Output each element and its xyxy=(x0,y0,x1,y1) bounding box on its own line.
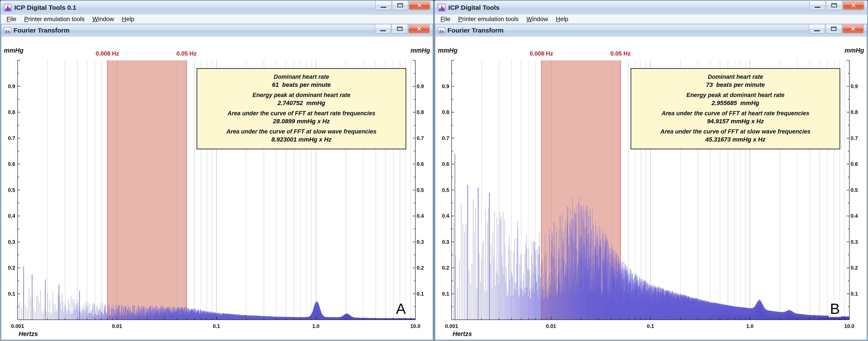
child-window-title: Fourier Transform xyxy=(13,27,69,34)
x-axis-label: Hertzs xyxy=(453,330,472,338)
maximize-icon xyxy=(831,27,837,31)
child-title-bar[interactable]: Fourier Transform ✕ xyxy=(435,24,867,36)
band-start-label: 0.008 Hz xyxy=(530,50,553,57)
band-start-label: 0.008 Hz xyxy=(96,50,119,57)
info-value: 8.923001 mmHg x Hz xyxy=(199,136,403,143)
minimize-button[interactable] xyxy=(375,1,392,10)
info-label: Dominant heart rate xyxy=(633,73,837,80)
info-label: Area under the curve of FFT at heart rat… xyxy=(199,110,403,117)
child-maximize-button[interactable] xyxy=(392,24,408,33)
maximize-button[interactable] xyxy=(826,1,842,10)
info-box: Dominant heart rate 61 beats per minute … xyxy=(196,68,406,149)
window-controls: ✕ xyxy=(375,1,430,10)
maximize-icon xyxy=(831,3,837,7)
panel-letter: B xyxy=(829,300,841,317)
y-axis-label-left: mmHg xyxy=(438,47,458,54)
child-window-title: Fourier Transform xyxy=(447,27,503,34)
menu-item-file[interactable]: File xyxy=(437,15,454,23)
close-button[interactable]: ✕ xyxy=(409,1,430,10)
minimize-icon xyxy=(815,7,820,8)
info-label: Energy peak at dominant heart rate xyxy=(633,92,837,98)
child-close-button[interactable]: ✕ xyxy=(408,24,430,33)
fft-window-icon xyxy=(438,27,445,34)
menu-item-window[interactable]: Window xyxy=(523,15,552,23)
minimize-icon xyxy=(814,30,820,31)
plot-area: 0.10.10.20.20.30.30.40.40.50.50.60.60.70… xyxy=(435,36,867,340)
child-close-button[interactable]: ✕ xyxy=(842,24,864,33)
menu-item-printer[interactable]: Printer emulation tools xyxy=(20,15,89,23)
close-icon: ✕ xyxy=(416,2,422,9)
app-window-left: ICP Digital Tools 0.1 ✕ FilePrinter emul… xyxy=(0,0,434,341)
child-minimize-button[interactable] xyxy=(375,24,391,33)
info-value: 73 beats per minute xyxy=(633,82,837,88)
maximize-icon xyxy=(397,27,403,31)
panel-letter: A xyxy=(395,300,407,317)
info-label: Energy peak at dominant heart rate xyxy=(199,92,403,98)
menu-item-help[interactable]: Help xyxy=(552,15,572,23)
app-icon xyxy=(4,4,12,11)
maximize-icon xyxy=(397,3,403,7)
y-axis-label-right: mmHg xyxy=(410,47,430,54)
child-title-bar[interactable]: Fourier Transform ✕ xyxy=(1,24,433,36)
child-window-controls: ✕ xyxy=(375,24,430,33)
app-window-right: ICP Digital Tools ✕ FilePrinter emulatio… xyxy=(434,0,868,341)
info-value: 45.31673 mmHg x Hz xyxy=(633,136,837,143)
fft-window-icon xyxy=(4,27,11,34)
band-end-label: 0.05 Hz xyxy=(611,50,630,57)
child-maximize-button[interactable] xyxy=(826,24,842,33)
info-value: 94.9157 mmHg x Hz xyxy=(633,118,837,125)
app-icon xyxy=(438,4,446,11)
plot-area: 0.10.10.20.20.30.30.40.40.50.50.60.60.70… xyxy=(1,36,433,340)
y-axis-label-left: mmHg xyxy=(4,47,24,54)
minimize-icon xyxy=(380,30,386,31)
menu-bar: FilePrinter emulation toolsWindowHelp xyxy=(435,14,867,24)
maximize-button[interactable] xyxy=(392,1,408,10)
child-minimize-button[interactable] xyxy=(809,24,825,33)
menu-item-file[interactable]: File xyxy=(3,15,20,23)
info-label: Area under the curve of FFT at heart rat… xyxy=(633,110,837,117)
menu-item-printer[interactable]: Printer emulation tools xyxy=(454,15,523,23)
child-window-controls: ✕ xyxy=(809,24,864,33)
x-axis-label: Hertzs xyxy=(19,330,38,338)
info-box: Dominant heart rate 73 beats per minute … xyxy=(630,68,840,149)
close-button[interactable]: ✕ xyxy=(843,1,864,10)
menu-item-window[interactable]: Window xyxy=(89,15,118,23)
y-axis-label-right: mmHg xyxy=(844,47,864,54)
minimize-button[interactable] xyxy=(809,1,826,10)
close-icon: ✕ xyxy=(850,2,856,9)
menu-item-help[interactable]: Help xyxy=(118,15,138,23)
menu-bar: FilePrinter emulation toolsWindowHelp xyxy=(1,14,433,24)
band-end-label: 0.05 Hz xyxy=(177,50,196,57)
window-title: ICP Digital Tools xyxy=(448,4,499,11)
info-value: 2.955685 mmHg xyxy=(633,100,837,106)
window-title: ICP Digital Tools 0.1 xyxy=(14,4,76,11)
fourier-transform-window: Fourier Transform ✕ 0.10.10.20.20.30.30.… xyxy=(435,24,867,340)
info-label: Area under the curve of FFT at slow wave… xyxy=(199,128,403,135)
window-controls: ✕ xyxy=(809,1,864,10)
close-icon: ✕ xyxy=(850,26,856,32)
minimize-icon xyxy=(381,7,386,8)
info-value: 61 beats per minute xyxy=(199,82,403,88)
info-label: Area under the curve of FFT at slow wave… xyxy=(633,128,837,135)
fourier-transform-window: Fourier Transform ✕ 0.10.10.20.20.30.30.… xyxy=(1,24,433,340)
info-label: Dominant heart rate xyxy=(199,73,403,80)
title-bar[interactable]: ICP Digital Tools 0.1 ✕ xyxy=(1,1,433,14)
close-icon: ✕ xyxy=(416,26,422,32)
title-bar[interactable]: ICP Digital Tools ✕ xyxy=(435,1,867,14)
info-value: 2.740752 mmHg xyxy=(199,100,403,106)
info-value: 28.0899 mmHg x Hz xyxy=(199,118,403,125)
